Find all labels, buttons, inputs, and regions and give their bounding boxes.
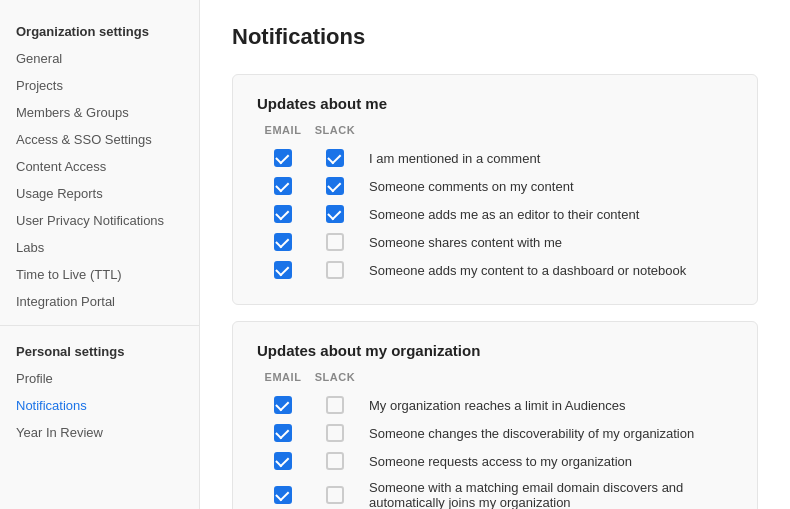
email-checkbox[interactable] [274,452,292,470]
notification-row: Someone requests access to my organizati… [257,447,733,475]
slack-checkbox-cell [309,424,361,442]
main-content: Notifications Updates about meEMAILSLACK… [200,0,790,509]
section-title-updates-about-my-organization: Updates about my organization [257,342,733,359]
page-title: Notifications [232,24,758,50]
notification-row: Someone adds me as an editor to their co… [257,200,733,228]
sidebar-item-labs[interactable]: Labs [0,234,199,261]
notification-label: Someone adds me as an editor to their co… [361,207,733,222]
slack-checkbox[interactable] [326,452,344,470]
notification-row: Someone comments on my content [257,172,733,200]
notification-row: I am mentioned in a comment [257,144,733,172]
email-checkbox[interactable] [274,396,292,414]
section-updates-about-me: Updates about meEMAILSLACKI am mentioned… [232,74,758,305]
email-checkbox-cell [257,452,309,470]
slack-checkbox-cell [309,396,361,414]
org-settings-title: Organization settings [0,16,199,45]
email-checkbox[interactable] [274,149,292,167]
sidebar-item-general[interactable]: General [0,45,199,72]
slack-checkbox-cell [309,486,361,504]
slack-checkbox-cell [309,261,361,279]
sidebar-item-ttl[interactable]: Time to Live (TTL) [0,261,199,288]
email-checkbox-cell [257,396,309,414]
notification-label: Someone changes the discoverability of m… [361,426,733,441]
notification-label: My organization reaches a limit in Audie… [361,398,733,413]
sidebar-item-user-privacy[interactable]: User Privacy Notifications [0,207,199,234]
notification-row: My organization reaches a limit in Audie… [257,391,733,419]
slack-col-header: SLACK [309,124,361,136]
email-checkbox[interactable] [274,261,292,279]
email-col-header: EMAIL [257,371,309,383]
email-checkbox[interactable] [274,177,292,195]
notification-label: Someone requests access to my organizati… [361,454,733,469]
email-checkbox[interactable] [274,486,292,504]
email-checkbox-cell [257,177,309,195]
sidebar-item-projects[interactable]: Projects [0,72,199,99]
sidebar-item-usage-reports[interactable]: Usage Reports [0,180,199,207]
notification-label: Someone with a matching email domain dis… [361,480,733,509]
slack-checkbox-cell [309,205,361,223]
slack-checkbox-cell [309,452,361,470]
email-checkbox-cell [257,424,309,442]
sidebar-item-integration-portal[interactable]: Integration Portal [0,288,199,315]
notification-label: I am mentioned in a comment [361,151,733,166]
email-col-header: EMAIL [257,124,309,136]
personal-settings-title: Personal settings [0,336,199,365]
col-headers-updates-about-me: EMAILSLACK [257,124,733,136]
notification-label: Someone adds my content to a dashboard o… [361,263,733,278]
personal-nav: ProfileNotificationsYear In Review [0,365,199,446]
section-updates-about-my-organization: Updates about my organizationEMAILSLACKM… [232,321,758,509]
notification-row: Someone with a matching email domain dis… [257,475,733,509]
sidebar: Organization settings GeneralProjectsMem… [0,0,200,509]
org-nav: GeneralProjectsMembers & GroupsAccess & … [0,45,199,315]
slack-checkbox[interactable] [326,205,344,223]
notification-label: Someone comments on my content [361,179,733,194]
email-checkbox[interactable] [274,233,292,251]
notification-label: Someone shares content with me [361,235,733,250]
sidebar-item-members-groups[interactable]: Members & Groups [0,99,199,126]
email-checkbox[interactable] [274,424,292,442]
slack-checkbox[interactable] [326,177,344,195]
slack-col-header: SLACK [309,371,361,383]
slack-checkbox[interactable] [326,486,344,504]
email-checkbox-cell [257,486,309,504]
sidebar-item-year-in-review[interactable]: Year In Review [0,419,199,446]
email-checkbox[interactable] [274,205,292,223]
slack-checkbox[interactable] [326,149,344,167]
sections-container: Updates about meEMAILSLACKI am mentioned… [232,74,758,509]
email-checkbox-cell [257,261,309,279]
notification-row: Someone shares content with me [257,228,733,256]
slack-checkbox-cell [309,233,361,251]
email-checkbox-cell [257,149,309,167]
sidebar-divider [0,325,199,326]
sidebar-item-profile[interactable]: Profile [0,365,199,392]
sidebar-item-access-sso[interactable]: Access & SSO Settings [0,126,199,153]
slack-checkbox-cell [309,177,361,195]
slack-checkbox[interactable] [326,233,344,251]
sidebar-item-content-access[interactable]: Content Access [0,153,199,180]
email-checkbox-cell [257,205,309,223]
slack-checkbox-cell [309,149,361,167]
slack-checkbox[interactable] [326,396,344,414]
slack-checkbox[interactable] [326,424,344,442]
section-title-updates-about-me: Updates about me [257,95,733,112]
email-checkbox-cell [257,233,309,251]
notification-row: Someone changes the discoverability of m… [257,419,733,447]
col-headers-updates-about-my-organization: EMAILSLACK [257,371,733,383]
sidebar-item-notifications[interactable]: Notifications [0,392,199,419]
notification-row: Someone adds my content to a dashboard o… [257,256,733,284]
slack-checkbox[interactable] [326,261,344,279]
